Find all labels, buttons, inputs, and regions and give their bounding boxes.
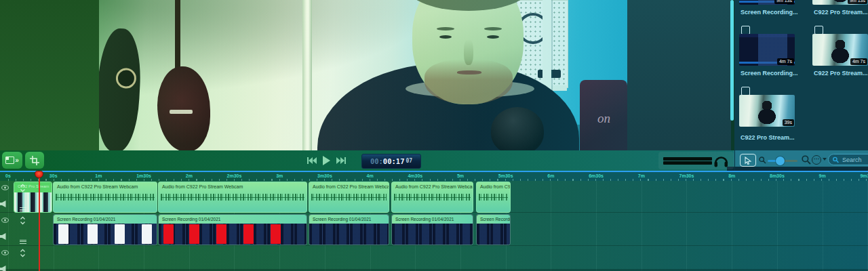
timeline-clip-audio[interactable]: Audio from C922 Pro Stream Webcam [53,182,157,213]
timeline-clip-screen[interactable]: Screen Recording 01/04/2021 [53,214,157,245]
clip-label: Screen Recording 01/04/2021 [313,217,371,222]
zoom-in-icon[interactable] [802,155,811,165]
search-icon [833,157,839,163]
filmstrip-frame [243,224,254,244]
color-tint-overlay [99,0,627,150]
filmstrip-frame [189,224,199,244]
media-duration-badge: 9m 13s [774,0,794,4]
timeline-zoom-slider[interactable] [768,160,797,162]
filmstrip-frame [216,224,226,244]
toolbar-divider [734,150,735,171]
media-duration-badge: 4m 7s [850,58,867,65]
track-visibility-eye-icon[interactable] [1,217,9,223]
clip-label: Audio from C922 Pro Stream Webcam [395,184,473,189]
chevron-down-icon [823,158,827,161]
track-height-chevrons-icon[interactable] [20,216,26,225]
clip-label: Screen Recording 01/04/2021 [57,217,115,222]
ruler-tick-label: 2m30s [227,173,242,178]
media-duration-badge: 9m 13s [848,0,867,4]
clip-label: Screen Recording 01/04/2021 [480,217,511,222]
media-item-label[interactable]: C922 Pro Stream... [814,70,868,77]
timeline-clip-audio[interactable]: Audio from C922 Pro Stream Webcam [391,182,473,213]
timecode-display[interactable]: 00:00:1707 [361,154,421,169]
track-visibility-eye-icon[interactable] [1,250,9,255]
library-options-button[interactable]: ⋯ [812,155,821,165]
filmstrip-frame [87,224,98,244]
track-audio-speaker-icon[interactable] [0,233,7,240]
panel-icon [5,157,14,164]
timeline-ruler[interactable]: 0s30s1m1m30s2m2m30s3m3m30s4m4m30s5m5m30s… [0,171,868,181]
track-visibility-eye-icon[interactable] [1,185,9,190]
media-duration-badge: 4m 7s [777,58,794,65]
media-thumbnail-screen[interactable]: 4m 7s [739,34,795,66]
media-item-label[interactable]: C922 Pro Stream... [814,9,868,16]
track-header-3 [0,247,30,271]
media-thumbnail-webcam[interactable]: 4m 7s [812,34,868,66]
timeline[interactable]: C922 Pro StreamAudio from C922 Pro Strea… [0,181,868,271]
track-height-chevrons-icon[interactable] [20,184,26,192]
crop-button[interactable] [25,152,44,169]
timecode-frames: 07 [406,158,412,164]
timeline-clip-audio[interactable]: Audio from C922 Pro Stream Webcam [158,182,307,213]
timeline-clip-audio[interactable]: Audio from C922 Pro Stream Webcam [476,182,511,213]
media-item-label[interactable]: Screen Recording... [741,70,811,77]
track-header-2 [0,214,30,245]
timeline-clip-audio[interactable]: Audio from C922 Pro Stream Webcam [309,182,389,213]
transport-controls [307,150,361,171]
playhead[interactable] [35,171,43,271]
play-button[interactable] [322,156,331,165]
timeline-clip-screen[interactable]: Screen Recording 01/04/2021 [476,214,511,245]
video-preview[interactable]: on [99,0,627,150]
screen-filmstrip [392,224,473,245]
track-height-chevrons-icon[interactable] [20,249,26,257]
search-input[interactable] [841,156,868,164]
timecode-minutes-seconds: 00:17 [383,157,405,165]
filmstrip-frame [271,224,281,244]
audio-meter-bar [663,161,712,165]
media-duration-badge: 39s [783,119,794,126]
media-item-label[interactable]: Screen Recording... [741,9,811,16]
skip-back-button[interactable] [307,157,317,165]
audio-waveform [394,194,471,201]
screen-filmstrip [159,224,307,245]
track-menu-icon[interactable] [20,240,26,244]
audio-waveform [56,194,155,201]
ruler-tick-label: 4m [367,173,374,178]
ruler-tick-label: 7m [638,173,645,178]
ruler-tick-label: 0s [5,173,11,178]
screen-filmstrip [477,224,510,245]
media-item-label[interactable]: C922 Pro Stream... [741,134,811,141]
ruler-tick-label: 5m30s [498,173,513,178]
clip-label: Audio from C922 Pro Stream Webcam [313,184,389,189]
playhead-handle[interactable] [35,171,43,178]
media-library-toggle-button[interactable]: » [2,152,22,169]
ruler-tick-label: 3m [276,173,283,178]
canvas-row: on 9m 13sScreen Recording...9m 13sC922 P… [0,0,868,150]
track-audio-speaker-icon[interactable] [0,201,7,207]
clip-label: Screen Recording 01/04/2021 [395,217,454,222]
timeline-clip-screen[interactable]: Screen Recording 01/04/2021 [158,214,307,245]
media-search-field[interactable] [828,154,868,165]
headphone-icon[interactable] [713,152,729,169]
track-separator [0,245,868,246]
audio-waveform [479,194,508,201]
pointer-tool-button[interactable] [740,154,756,167]
track-menu-icon[interactable] [20,207,26,211]
track-audio-speaker-icon[interactable] [0,266,7,271]
filmstrip-frame [115,224,125,244]
main-toolbar: » 00:00:1707 [0,150,868,171]
ruler-tick-label: 6m30s [589,173,604,178]
filmstrip-frame [142,224,152,244]
media-thumbnail-webcam[interactable]: 9m 13s [812,0,868,5]
zoom-out-icon[interactable] [759,157,766,164]
filmstrip-frame [163,224,174,244]
slider-thumb[interactable] [776,157,785,165]
skip-forward-button[interactable] [336,157,347,165]
media-panel-scrollbar[interactable] [730,0,734,121]
timeline-clip-screen[interactable]: Screen Recording 01/04/2021 [309,214,389,245]
timeline-clip-screen[interactable]: Screen Recording 01/04/2021 [391,214,473,245]
media-thumbnail-webcam[interactable]: 39s [739,95,795,127]
media-thumbnail-screen[interactable]: 9m 13s [739,0,795,5]
clip-label: Audio from C922 Pro Stream Webcam [162,184,243,189]
media-library-panel: 9m 13sScreen Recording...9m 13sC922 Pro … [734,0,868,150]
